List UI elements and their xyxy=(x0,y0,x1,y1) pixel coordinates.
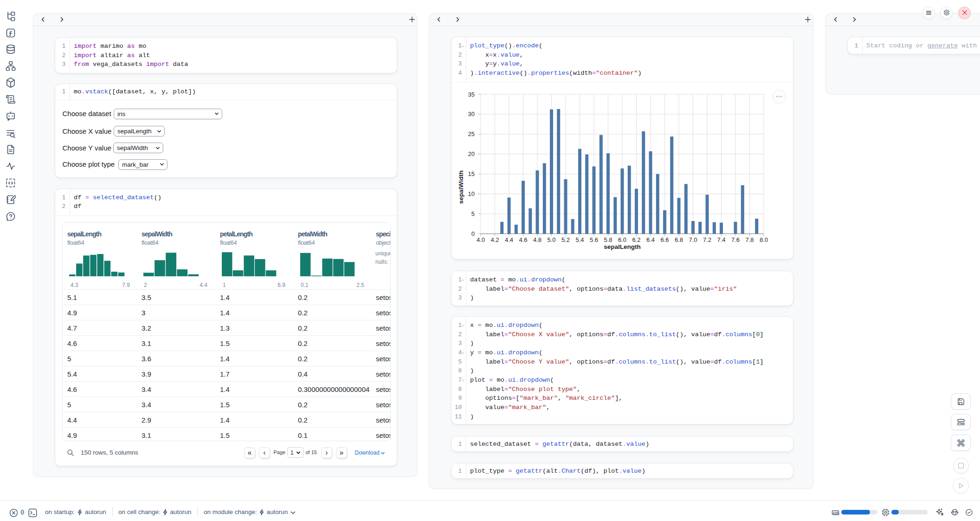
svg-text:20: 20 xyxy=(468,150,475,157)
svg-text:7.2: 7.2 xyxy=(703,236,711,243)
svg-text:7.6: 7.6 xyxy=(731,236,740,243)
svg-text:6.2: 6.2 xyxy=(632,236,640,243)
svg-text:6.6: 6.6 xyxy=(660,236,669,243)
svg-text:4.0: 4.0 xyxy=(477,236,485,243)
svg-text:4.2: 4.2 xyxy=(490,236,499,243)
svg-text:6.4: 6.4 xyxy=(646,236,655,243)
svg-text:5.2: 5.2 xyxy=(561,236,570,243)
svg-text:7.0: 7.0 xyxy=(689,236,697,243)
svg-text:8.0: 8.0 xyxy=(760,236,768,243)
svg-text:30: 30 xyxy=(468,111,475,117)
svg-text:5.0: 5.0 xyxy=(547,236,555,243)
svg-text:15: 15 xyxy=(468,170,475,177)
svg-text:6.8: 6.8 xyxy=(675,236,683,243)
svg-text:35: 35 xyxy=(468,91,475,98)
svg-text:5.8: 5.8 xyxy=(604,236,612,243)
svg-text:6.0: 6.0 xyxy=(618,236,626,243)
svg-text:sepalWidth: sepalWidth xyxy=(458,170,464,204)
svg-text:4.6: 4.6 xyxy=(519,236,527,243)
svg-text:10: 10 xyxy=(468,190,475,197)
svg-text:7.4: 7.4 xyxy=(717,236,725,243)
svg-text:7.8: 7.8 xyxy=(745,236,754,243)
svg-text:0: 0 xyxy=(471,230,475,237)
svg-text:25: 25 xyxy=(468,130,475,137)
svg-text:sepalLength: sepalLength xyxy=(604,243,641,250)
svg-text:5.6: 5.6 xyxy=(590,236,598,243)
svg-text:5: 5 xyxy=(471,210,475,217)
svg-text:4.8: 4.8 xyxy=(533,236,542,243)
svg-text:4.4: 4.4 xyxy=(505,236,513,243)
svg-text:5.4: 5.4 xyxy=(575,236,584,243)
